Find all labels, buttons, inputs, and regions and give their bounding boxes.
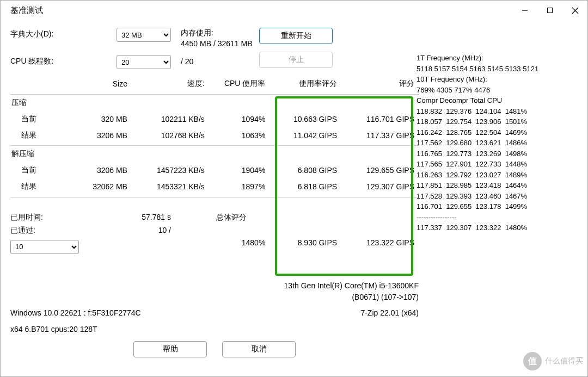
- table-row: 结果 32062 MB 1453321 KB/s 1897% 6.818 GIP…: [10, 178, 419, 195]
- watermark: 值 什么值得买: [496, 350, 583, 372]
- help-button[interactable]: 帮助: [133, 341, 207, 357]
- freq-row: 117.565 127.901 122.733 1448%: [416, 159, 580, 170]
- dict-size-label: 字典大小(D):: [10, 28, 117, 39]
- watermark-icon: 值: [523, 352, 542, 370]
- cpu-name: 13th Gen Intel(R) Core(TM) i5-13600KF: [10, 280, 419, 292]
- decompress-section: 解压缩: [10, 146, 419, 163]
- window-controls: [512, 1, 587, 20]
- freq-row: 116.701 129.655 123.178 1499%: [416, 201, 580, 212]
- close-button[interactable]: [562, 1, 587, 20]
- mem-usage-value: 4450 MB / 32611 MB: [181, 39, 253, 50]
- svg-rect-1: [548, 8, 553, 13]
- os-info: Windows 10.0 22621 : f:5F310F2774C: [10, 308, 141, 317]
- stop-button: 停止: [259, 52, 333, 68]
- threads-max: / 20: [181, 55, 193, 67]
- freq-row: 117.528 129.393 123.460 1467%: [416, 191, 580, 202]
- table-row: 当前 320 MB 102211 KB/s 1094% 10.663 GIPS …: [10, 111, 419, 127]
- col-size: Size: [77, 76, 132, 92]
- dict-size-select[interactable]: 32 MB: [117, 28, 171, 42]
- freq-row: 117.562 129.680 123.621 1486%: [416, 138, 580, 149]
- freq-row: 118.832 129.376 124.104 1481%: [416, 106, 580, 117]
- frequency-panel: 1T Frequency (MHz): 5118 5157 5154 5163 …: [416, 53, 580, 233]
- col-rate: 评分: [341, 76, 419, 92]
- total-cpu: 1480%: [209, 234, 270, 251]
- freq-row: 116.765 129.773 123.269 1498%: [416, 149, 580, 159]
- threads-label: CPU 线程数:: [10, 55, 117, 66]
- total-urate: 8.930 GIPS: [270, 234, 341, 251]
- compress-section: 压缩: [10, 94, 419, 111]
- freq-row: 116.263 129.792 123.027 1489%: [416, 170, 580, 181]
- table-row: 当前 3206 MB 1457223 KB/s 1904% 6.808 GIPS…: [10, 162, 419, 178]
- col-speed: 速度:: [132, 76, 209, 92]
- benchmark-table: Size 速度: CPU 使用率 使用率评分 评分 压缩 当前 320 MB 1…: [10, 76, 419, 197]
- threads-select[interactable]: 20: [117, 55, 171, 69]
- cancel-button[interactable]: 取消: [222, 341, 296, 357]
- cpu-detail: (B0671) (107->107): [10, 292, 419, 303]
- freq-row: 118.057 129.754 123.906 1501%: [416, 116, 580, 127]
- zip-version: 7-Zip 22.01 (x64): [360, 308, 419, 317]
- titlebar: 基准测试: [1, 1, 587, 20]
- elapsed-value: 57.781 s: [117, 213, 171, 223]
- window-title: 基准测试: [10, 5, 43, 16]
- elapsed-label: 已用时间:: [10, 213, 117, 223]
- total-rate: 123.322 GIPS: [341, 234, 419, 251]
- freq-row: 116.242 128.765 122.504 1469%: [416, 127, 580, 138]
- total-score-label: 总体评分: [216, 213, 247, 223]
- arch-info: x64 6.B701 cpus:20 128T: [10, 325, 419, 333]
- freq-row: 117.851 128.985 123.418 1464%: [416, 180, 580, 191]
- col-cpu: CPU 使用率: [209, 76, 270, 92]
- restart-button[interactable]: 重新开始: [259, 28, 333, 44]
- table-row: 结果 3206 MB 102768 KB/s 1063% 11.042 GIPS…: [10, 127, 419, 144]
- col-urate: 使用率评分: [270, 76, 341, 92]
- minimize-button[interactable]: [512, 1, 537, 20]
- mem-usage-label: 内存使用:: [181, 28, 253, 39]
- maximize-button[interactable]: [537, 1, 562, 20]
